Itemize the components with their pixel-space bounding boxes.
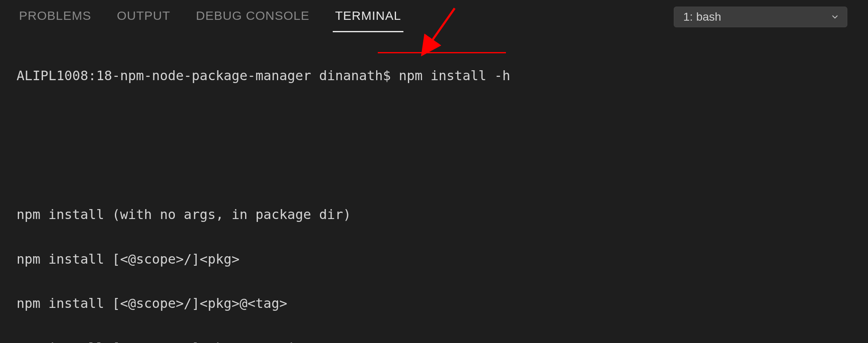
terminal-prompt-line: ALIPL1008:18-npm-node-package-manager di… [17,69,851,83]
panel-header: PROBLEMS OUTPUT DEBUG CONSOLE TERMINAL 1… [0,0,868,33]
terminal-help-output: npm install (with no args, in package di… [17,178,851,343]
terminal-command: npm install -h [399,68,510,83]
tab-debug-console[interactable]: DEBUG CONSOLE [193,1,312,32]
help-line: npm install [<@scope>/]<pkg>@<version> [17,341,851,343]
shell-selector-label: 1: bash [683,10,721,24]
terminal-prompt: ALIPL1008:18-npm-node-package-manager di… [17,68,399,83]
annotation-underline [378,52,506,53]
terminal-output-area[interactable]: ALIPL1008:18-npm-node-package-manager di… [0,33,868,343]
shell-selector-dropdown[interactable]: 1: bash [674,7,847,27]
help-line: npm install (with no args, in package di… [17,207,851,222]
chevron-down-icon [830,12,839,21]
panel-tabs: PROBLEMS OUTPUT DEBUG CONSOLE TERMINAL [17,1,403,32]
help-line: npm install [<@scope>/]<pkg>@<tag> [17,296,851,311]
tab-problems[interactable]: PROBLEMS [17,1,94,32]
tab-terminal[interactable]: TERMINAL [333,1,404,32]
tab-output[interactable]: OUTPUT [114,1,173,32]
help-line: npm install [<@scope>/]<pkg> [17,252,851,267]
